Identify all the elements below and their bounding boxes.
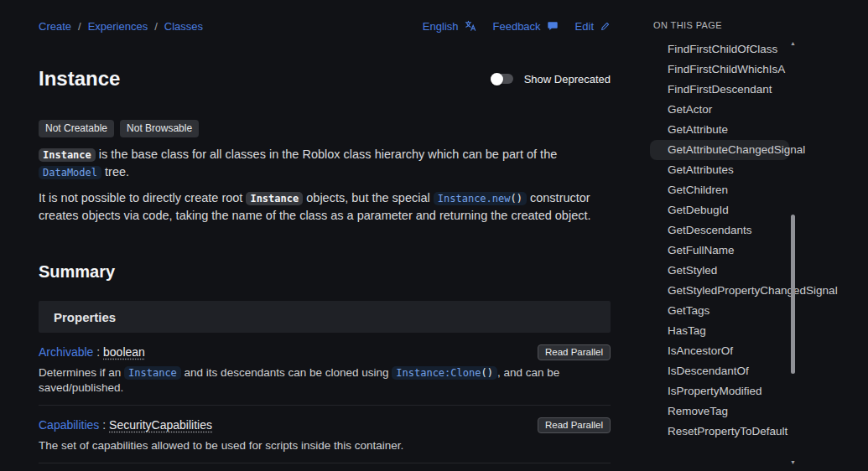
property-row-name: Name : string Read Parallel (39, 463, 611, 471)
on-this-page-item[interactable]: GetStyledPropertyChangedSignal (650, 281, 789, 301)
title-row: Instance Show Deprecated (39, 67, 611, 91)
on-this-page-item[interactable]: GetAttributes (650, 160, 789, 180)
show-deprecated-toggle[interactable] (491, 74, 513, 84)
code-link[interactable]: Instance.new() (434, 192, 527, 205)
property-type[interactable]: boolean (103, 345, 145, 359)
summary-heading: Summary (39, 261, 611, 282)
code-link[interactable]: Instance:Clone() (392, 366, 497, 380)
sidebar-scrollbar-thumb[interactable] (791, 215, 795, 374)
on-this-page-heading: ON THIS PAGE (642, 0, 868, 31)
property-row-archivable: Archivable : boolean Read Parallel Deter… (39, 333, 611, 406)
breadcrumb-link-classes[interactable]: Classes (164, 20, 203, 33)
language-button[interactable]: English (423, 20, 476, 33)
pencil-icon (600, 21, 611, 32)
property-description: Determines if an Instance and its descen… (39, 365, 611, 396)
scroll-down-indicator: ▼ (790, 459, 796, 465)
on-this-page-item[interactable]: GetAttribute (650, 120, 789, 140)
properties-header-label: Properties (54, 310, 116, 324)
breadcrumb-link-experiences[interactable]: Experiences (88, 20, 148, 33)
property-type[interactable]: SecurityCapabilities (109, 418, 212, 432)
property-link[interactable]: Archivable (39, 345, 93, 359)
property-link[interactable]: Capabilities (39, 418, 99, 432)
read-parallel-badge: Read Parallel (538, 417, 611, 433)
on-this-page-item[interactable]: GetDescendants (650, 220, 789, 241)
on-this-page-item[interactable]: GetDebugId (650, 200, 789, 220)
show-deprecated-label: Show Deprecated (524, 73, 611, 85)
edit-label: Edit (575, 20, 594, 33)
on-this-page-panel: ON THIS PAGE ▲ FindFirstChildOfClassFind… (642, 0, 868, 471)
on-this-page-item[interactable]: FindFirstDescendant (650, 80, 789, 100)
property-name: Capabilities : SecurityCapabilities (39, 418, 212, 432)
tag-not-browsable: Not Browsable (120, 120, 199, 137)
on-this-page-item[interactable]: GetTags (650, 301, 789, 321)
on-this-page-item[interactable]: HasTag (650, 321, 789, 341)
on-this-page-list: FindFirstChildOfClassFindFirstChildWhich… (642, 39, 868, 442)
code-link[interactable]: DataModel (39, 166, 101, 179)
feedback-button[interactable]: Feedback (493, 20, 559, 33)
top-bar: Create / Experiences / Classes English (39, 0, 611, 34)
show-deprecated-control: Show Deprecated (491, 73, 611, 85)
intro-paragraph-2: It is not possible to directly create ro… (39, 189, 611, 224)
feedback-icon (547, 20, 559, 32)
properties-section-header: Properties (39, 301, 611, 333)
property-header: Archivable : boolean Read Parallel (39, 344, 611, 360)
breadcrumb-separator: / (78, 20, 81, 33)
code-link[interactable]: Instance (124, 366, 181, 380)
docs-page: Create / Experiences / Classes English (0, 0, 868, 471)
breadcrumb: Create / Experiences / Classes (39, 20, 203, 33)
read-parallel-badge: Read Parallel (538, 344, 611, 360)
on-this-page-item[interactable]: FindFirstChildWhichIsA (650, 60, 789, 80)
on-this-page-item[interactable]: GetAttributeChangedSignal (650, 140, 789, 160)
page-title: Instance (39, 67, 120, 91)
on-this-page-item[interactable]: GetActor (650, 100, 789, 120)
toggle-knob (491, 73, 503, 85)
on-this-page-item[interactable]: FindFirstChildOfClass (650, 39, 789, 60)
top-actions: English Feedback (423, 20, 611, 33)
property-description: The set of capabilities allowed to be us… (39, 438, 611, 453)
on-this-page-item[interactable]: IsAncestorOf (650, 341, 789, 361)
breadcrumb-separator: / (154, 20, 158, 33)
property-row-capabilities: Capabilities : SecurityCapabilities Read… (39, 406, 611, 463)
breadcrumb-link-create[interactable]: Create (39, 20, 71, 33)
property-name: Archivable : boolean (39, 345, 145, 359)
main-content: Create / Experiences / Classes English (39, 0, 611, 471)
on-this-page-item[interactable]: ResetPropertyToDefault (650, 422, 789, 442)
inline-code: Instance (246, 192, 303, 205)
colon-separator: : (93, 345, 103, 359)
intro-paragraph-1: Instance is the base class for all class… (39, 146, 611, 181)
on-this-page-item[interactable]: IsPropertyModified (650, 381, 789, 401)
scroll-up-indicator: ▲ (790, 40, 796, 46)
on-this-page-item[interactable]: GetStyled (650, 261, 789, 281)
language-label: English (423, 20, 459, 33)
colon-separator: : (99, 418, 109, 432)
on-this-page-item[interactable]: GetChildren (650, 180, 789, 200)
edit-button[interactable]: Edit (575, 20, 611, 33)
tag-not-creatable: Not Creatable (39, 120, 114, 137)
on-this-page-item[interactable]: IsDescendantOf (650, 361, 789, 381)
inline-code: Instance (39, 148, 96, 162)
translate-icon (465, 20, 476, 32)
property-header: Capabilities : SecurityCapabilities Read… (39, 417, 611, 433)
on-this-page-item[interactable]: RemoveTag (650, 401, 789, 422)
feedback-label: Feedback (493, 20, 541, 33)
on-this-page-item[interactable]: GetFullName (650, 241, 789, 261)
class-tags: Not Creatable Not Browsable (39, 120, 611, 137)
